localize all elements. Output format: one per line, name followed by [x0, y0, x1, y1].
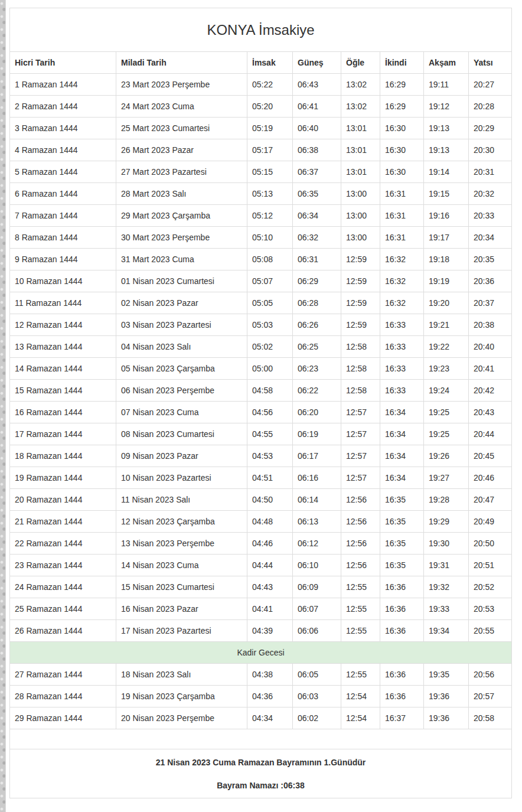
table-row: 29 Ramazan 144420 Nisan 2023 Perşembe04:… [10, 707, 512, 729]
table-cell: 16:36 [380, 598, 424, 620]
table-cell: 06:37 [293, 161, 341, 183]
table-cell: 04:46 [247, 533, 293, 555]
table-cell: 11 Nisan 2023 Salı [116, 489, 247, 511]
table-cell: 19:25 [424, 402, 469, 423]
table-cell: 20:53 [469, 598, 512, 620]
table-cell: 20:38 [469, 314, 512, 336]
table-cell: 19:22 [424, 336, 469, 358]
table-cell: 12:56 [341, 555, 380, 576]
table-cell: 27 Mart 2023 Pazartesi [116, 161, 247, 183]
table-cell: 04:58 [247, 380, 293, 402]
table-cell: 9 Ramazan 1444 [10, 249, 116, 270]
spacer-cell [10, 729, 512, 749]
table-cell: 20:28 [469, 96, 512, 118]
table-cell: 06:17 [293, 445, 341, 467]
table-cell: 20:58 [469, 707, 512, 729]
table-cell: 04:38 [247, 664, 293, 686]
column-header: Yatsı [469, 52, 512, 74]
table-row: 26 Ramazan 144417 Nisan 2023 Pazartesi04… [10, 620, 512, 642]
table-cell: 06 Nisan 2023 Perşembe [116, 380, 247, 402]
table-cell: 05 Nisan 2023 Çarşamba [116, 358, 247, 380]
table-cell: 07 Nisan 2023 Cuma [116, 402, 247, 423]
table-cell: 20:46 [469, 467, 512, 489]
table-cell: 19:18 [424, 249, 469, 270]
table-cell: 16:30 [380, 139, 424, 161]
table-cell: 19:35 [424, 664, 469, 686]
table-cell: 8 Ramazan 1444 [10, 227, 116, 249]
table-row: 17 Ramazan 144408 Nisan 2023 Cumartesi04… [10, 423, 512, 445]
table-cell: 19:21 [424, 314, 469, 336]
column-header: Miladi Tarih [116, 52, 247, 74]
table-cell: 12:54 [341, 686, 380, 707]
table-cell: 06:31 [293, 249, 341, 270]
table-cell: 04:41 [247, 598, 293, 620]
table-cell: 23 Mart 2023 Perşembe [116, 74, 247, 96]
table-cell: 12:54 [341, 707, 380, 729]
table-cell: 20:45 [469, 445, 512, 467]
table-cell: 1 Ramazan 1444 [10, 74, 116, 96]
table-cell: 16:29 [380, 96, 424, 118]
table-cell: 26 Mart 2023 Pazar [116, 139, 247, 161]
table-cell: 04:51 [247, 467, 293, 489]
table-row: 13 Ramazan 144404 Nisan 2023 Salı05:0206… [10, 336, 512, 358]
table-cell: 12:55 [341, 576, 380, 598]
table-cell: 04:48 [247, 511, 293, 533]
table-row: 16 Ramazan 144407 Nisan 2023 Cuma04:5606… [10, 402, 512, 423]
table-cell: 20:31 [469, 161, 512, 183]
table-row: 6 Ramazan 144428 Mart 2023 Salı05:1306:3… [10, 183, 512, 205]
table-cell: 19:26 [424, 445, 469, 467]
column-header: Hicri Tarih [10, 52, 116, 74]
table-cell: 20:30 [469, 139, 512, 161]
table-cell: 06:05 [293, 664, 341, 686]
bayram-prayer-time: Bayram Namazı :06:38 [10, 781, 511, 791]
table-cell: 16:34 [380, 445, 424, 467]
table-cell: 05:03 [247, 314, 293, 336]
table-cell: 19:31 [424, 555, 469, 576]
table-cell: 04:43 [247, 576, 293, 598]
table-cell: 20:49 [469, 511, 512, 533]
table-cell: 23 Ramazan 1444 [10, 555, 116, 576]
table-cell: 12:56 [341, 511, 380, 533]
table-cell: 20 Ramazan 1444 [10, 489, 116, 511]
table-cell: 04:34 [247, 707, 293, 729]
table-cell: 12:57 [341, 402, 380, 423]
table-cell: 16 Ramazan 1444 [10, 402, 116, 423]
table-row: 15 Ramazan 144406 Nisan 2023 Perşembe04:… [10, 380, 512, 402]
table-cell: 13:00 [341, 227, 380, 249]
table-cell: 12:59 [341, 270, 380, 292]
table-cell: 06:38 [293, 139, 341, 161]
table-cell: 12:57 [341, 445, 380, 467]
table-cell: 31 Mart 2023 Cuma [116, 249, 247, 270]
table-cell: 16:34 [380, 467, 424, 489]
table-cell: 19:14 [424, 161, 469, 183]
table-cell: 18 Ramazan 1444 [10, 445, 116, 467]
table-cell: 20:47 [469, 489, 512, 511]
column-header: İkindi [380, 52, 424, 74]
table-cell: 14 Ramazan 1444 [10, 358, 116, 380]
table-cell: 13 Nisan 2023 Perşembe [116, 533, 247, 555]
table-cell: 13:00 [341, 183, 380, 205]
table-row: 24 Ramazan 144415 Nisan 2023 Cumartesi04… [10, 576, 512, 598]
table-row: 21 Ramazan 144412 Nisan 2023 Çarşamba04:… [10, 511, 512, 533]
footer-row: 21 Nisan 2023 Cuma Ramazan Bayramının 1.… [10, 749, 512, 798]
table-cell: 2 Ramazan 1444 [10, 96, 116, 118]
table-cell: 09 Nisan 2023 Pazar [116, 445, 247, 467]
table-cell: 19:19 [424, 270, 469, 292]
table-cell: 06:25 [293, 336, 341, 358]
table-cell: 20:43 [469, 402, 512, 423]
table-cell: 19:23 [424, 358, 469, 380]
page-title: KONYA İmsakiye [10, 8, 512, 52]
table-cell: 19 Nisan 2023 Çarşamba [116, 686, 247, 707]
table-cell: 06:19 [293, 423, 341, 445]
column-header: Öğle [341, 52, 380, 74]
table-cell: 06:23 [293, 358, 341, 380]
table-cell: 06:14 [293, 489, 341, 511]
table-row: 18 Ramazan 144409 Nisan 2023 Pazar04:530… [10, 445, 512, 467]
table-cell: 26 Ramazan 1444 [10, 620, 116, 642]
table-cell: 04:56 [247, 402, 293, 423]
table-cell: 11 Ramazan 1444 [10, 292, 116, 314]
column-header: İmsak [247, 52, 293, 74]
table-row: 27 Ramazan 144418 Nisan 2023 Salı04:3806… [10, 664, 512, 686]
table-cell: 19:13 [424, 139, 469, 161]
table-cell: 19:28 [424, 489, 469, 511]
